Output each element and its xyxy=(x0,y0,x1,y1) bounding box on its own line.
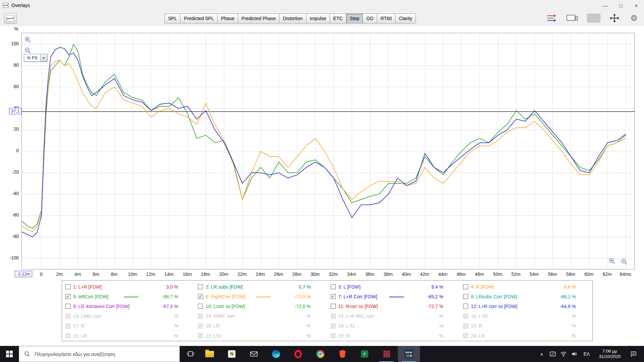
rew-icon-label: REW xyxy=(406,351,412,354)
legend-value-5: -68,7 % xyxy=(162,294,178,299)
start-button[interactable] xyxy=(0,346,19,362)
task-view-button[interactable] xyxy=(182,346,199,362)
legend-checkbox-21: ✓ xyxy=(65,333,70,338)
zoom-out-y-icon[interactable] xyxy=(24,47,32,55)
app-icon-store[interactable] xyxy=(221,346,243,362)
tray-volume-icon[interactable] xyxy=(569,351,580,357)
capture-graph-button[interactable] xyxy=(4,13,17,24)
tab-spl[interactable]: SPL xyxy=(164,13,180,23)
tab-impulse[interactable]: Impulse xyxy=(306,13,330,23)
legend-item-10: 10: Lcorr ss [FDW]-72,0 % xyxy=(195,301,327,311)
legend-label-21: 21: LR xyxy=(73,333,87,339)
maximize-button[interactable]: □ xyxy=(613,0,629,11)
legend-checkbox-1[interactable] xyxy=(65,284,70,289)
legend-label-19: 19: L 51 xyxy=(338,323,355,328)
legend-checkbox-7[interactable]: ✓ xyxy=(331,294,336,299)
store-icon xyxy=(228,350,235,358)
legend-value-14: % xyxy=(307,313,311,319)
legend-label-16: 16: L 50 xyxy=(471,313,488,319)
x-tick-label: 10m xyxy=(124,272,141,277)
legend-value-12: -64,9 % xyxy=(560,304,576,309)
tab-step[interactable]: Step xyxy=(346,13,363,23)
x-tick-label: 4m xyxy=(69,272,87,277)
app-icon-rew[interactable]: REW xyxy=(398,346,420,362)
dropdown-arrow-icon[interactable]: ▼ xyxy=(40,54,47,61)
legend-item-11: 11: Rcorr ss [FDW]-72,7 % xyxy=(327,301,460,311)
tab-clarity[interactable]: Clarity xyxy=(395,13,416,23)
y-axis-scale-select[interactable]: % FS ▼ xyxy=(24,54,47,62)
legend-label-20: 20: R xyxy=(471,323,482,328)
legend-label-6: 6: RightCorr [FDW] xyxy=(206,294,246,299)
tab-gd[interactable]: GD xyxy=(363,13,377,23)
minimize-button[interactable]: — xyxy=(598,0,613,11)
tray-chevron-up-icon[interactable]: ∧ xyxy=(536,352,547,357)
dropdown-glyph: ▼ xyxy=(42,56,45,60)
legend-item-2: 2: LR subs [FDW]0,7 % xyxy=(195,282,327,292)
legend-label-5: 5: leftCorr [FDW] xyxy=(73,294,108,299)
legend-label-14: 14: RMIC corr xyxy=(206,313,235,319)
tab-phase[interactable]: Phase xyxy=(217,13,238,23)
tab-predicted-spl[interactable]: Predicted SPL xyxy=(180,13,217,23)
plot-area[interactable]: % FS ▼ xyxy=(21,33,635,269)
edge-icon xyxy=(272,350,280,358)
tab-predicted-phase[interactable]: Predicted Phase xyxy=(238,13,279,23)
legend-checkbox-10[interactable] xyxy=(198,304,203,309)
legend-checkbox-6[interactable]: ✓ xyxy=(198,294,203,299)
app-icon-excel[interactable] xyxy=(354,346,376,362)
app-icon-brave[interactable] xyxy=(331,346,354,362)
app-icon-database[interactable] xyxy=(376,346,398,362)
language-indicator[interactable]: ΕΛ xyxy=(580,351,594,357)
window-layout-icon[interactable] xyxy=(566,13,578,23)
x-tick-label: 62m xyxy=(598,272,616,277)
window-title: Overlays xyxy=(11,3,30,8)
legend-checkbox-5[interactable]: ✓ xyxy=(65,294,70,299)
action-center-icon[interactable] xyxy=(626,351,641,357)
legend-checkbox-24: ✓ xyxy=(463,333,468,338)
x-tick-label: 2m xyxy=(51,272,68,277)
legend-line-swatch-5 xyxy=(124,297,139,297)
legend-checkbox-8[interactable] xyxy=(463,294,468,299)
tray-network-icon[interactable] xyxy=(558,351,569,357)
legend-checkbox-23: ✓ xyxy=(331,333,336,338)
tab-distortion[interactable]: Distortion xyxy=(279,13,306,23)
legend-label-1: 1: L+R [FDW] xyxy=(73,284,102,290)
legend-checkbox-11[interactable] xyxy=(331,304,336,309)
settings-gear-icon[interactable]: ⚙ xyxy=(629,13,639,23)
legend-checkbox-12[interactable] xyxy=(463,304,468,309)
tab-etc[interactable]: ETC xyxy=(330,13,346,23)
rew-icon: REW xyxy=(405,350,413,358)
legend-checkbox-9[interactable] xyxy=(65,304,70,309)
legend-label-4: 4: R [FDW] xyxy=(471,284,494,290)
legend-label-18: 18: LR xyxy=(206,323,219,328)
pan-arrows-icon[interactable] xyxy=(609,13,620,23)
legend-checkbox-2[interactable] xyxy=(198,284,203,289)
zoom-out-x-icon[interactable] xyxy=(620,258,628,266)
x-tick-label: 16m xyxy=(178,272,196,277)
zoom-in-x-icon[interactable] xyxy=(608,257,616,265)
close-button[interactable]: × xyxy=(629,0,644,11)
app-icon-mail[interactable] xyxy=(243,346,265,362)
legend-checkbox-4[interactable] xyxy=(463,284,468,289)
legend-item-16: ✓16: L 50% xyxy=(460,311,592,321)
clock[interactable]: 7:06 μμ 31/10/2020 xyxy=(594,349,626,359)
tab-rt60[interactable]: RT60 xyxy=(377,13,395,23)
y-tick-label: -100 xyxy=(3,255,19,260)
legend-item-4: 4: R [FDW]8,6 % xyxy=(460,282,592,292)
app-icon-edge[interactable] xyxy=(265,346,287,362)
tray-tablet-icon[interactable] xyxy=(547,351,558,357)
cursor-value-label: 37,1 xyxy=(9,108,21,114)
zoom-in-y-icon[interactable] xyxy=(24,36,32,44)
windows-logo-icon xyxy=(6,351,13,357)
overlay-traces-icon[interactable] xyxy=(546,13,557,23)
legend-value-13: % xyxy=(174,313,178,319)
taskbar-search-input[interactable]: Πληκτρολογήστε εδώ για αναζήτηση xyxy=(19,346,180,362)
app-icon-file-explorer[interactable] xyxy=(199,346,221,362)
y-tick-label: -20 xyxy=(3,169,19,175)
legend-value-9: -67,3 % xyxy=(162,304,178,309)
app-icon-opera[interactable] xyxy=(287,346,309,362)
gear-glyph: ⚙ xyxy=(630,14,638,22)
legend-checkbox-3[interactable] xyxy=(331,284,336,289)
app-icon-chrome[interactable] xyxy=(309,346,331,362)
toolbar: SPLPredicted SPLPhasePredicted PhaseDist… xyxy=(0,11,644,26)
y-tick-label: 80 xyxy=(3,62,19,68)
